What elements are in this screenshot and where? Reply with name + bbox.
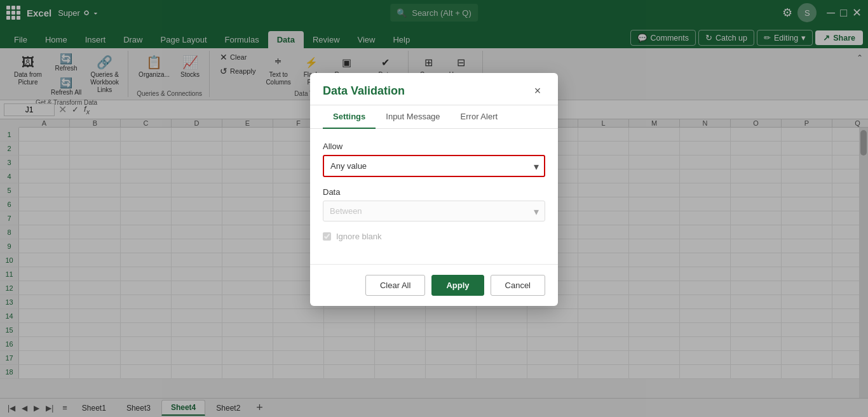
modal-header: Data Validation × <box>310 73 558 105</box>
modal-tab-settings[interactable]: Settings <box>323 105 376 129</box>
ignore-blank-checkbox[interactable] <box>323 232 331 241</box>
modal-title: Data Validation <box>323 84 405 98</box>
ignore-blank-label: Ignore blank <box>336 232 382 241</box>
modal-close-button[interactable]: × <box>530 83 545 98</box>
data-label: Data <box>323 187 545 197</box>
modal-footer: Clear All Apply Cancel <box>310 264 558 306</box>
apply-button[interactable]: Apply <box>431 275 484 296</box>
modal-body: Allow Any value Whole number Decimal Lis… <box>310 129 558 264</box>
data-select-wrapper: Between ▾ <box>323 201 545 222</box>
allow-label: Allow <box>323 142 545 151</box>
data-validation-modal: Data Validation × Settings Input Message… <box>310 73 558 306</box>
ignore-blank-group: Ignore blank <box>323 232 545 241</box>
data-group: Data Between ▾ <box>323 187 545 222</box>
modal-tabs: Settings Input Message Error Alert <box>310 105 558 129</box>
cancel-button[interactable]: Cancel <box>491 275 545 296</box>
allow-group: Allow Any value Whole number Decimal Lis… <box>323 142 545 177</box>
allow-select-wrapper: Any value Whole number Decimal List Date… <box>323 155 545 177</box>
modal-tab-input-message[interactable]: Input Message <box>376 105 450 129</box>
allow-select[interactable]: Any value Whole number Decimal List Date… <box>323 155 545 177</box>
clear-all-button[interactable]: Clear All <box>365 275 425 296</box>
data-select[interactable]: Between <box>323 201 545 222</box>
modal-tab-error-alert[interactable]: Error Alert <box>451 105 508 129</box>
modal-overlay: Data Validation × Settings Input Message… <box>0 0 868 417</box>
